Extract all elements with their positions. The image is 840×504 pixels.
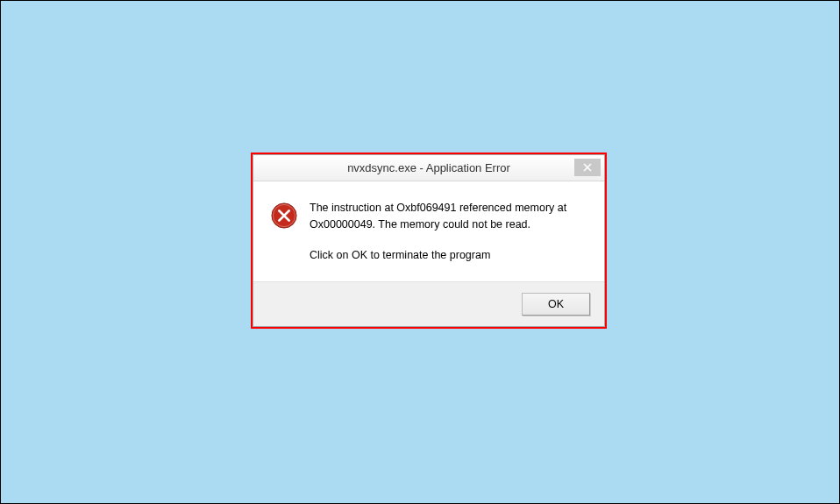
button-bar: OK: [253, 281, 604, 326]
message-text-line1: The instruction at Oxbf069491 referenced…: [310, 201, 587, 217]
message-text-line2: Ox00000049. The memory could not be read…: [310, 217, 587, 233]
dialog-content: The instruction at Oxbf069491 referenced…: [253, 181, 604, 281]
ok-button[interactable]: OK: [522, 293, 590, 316]
titlebar: nvxdsync.exe - Application Error: [253, 155, 604, 181]
message-area: The instruction at Oxbf069491 referenced…: [310, 201, 587, 264]
error-icon: [271, 202, 297, 229]
close-button[interactable]: [574, 159, 601, 176]
dialog-title: nvxdsync.exe - Application Error: [253, 161, 604, 174]
message-text-line3: Click on OK to terminate the program: [310, 248, 587, 264]
dialog-window: nvxdsync.exe - Application Error The ins…: [253, 154, 605, 327]
close-icon: [583, 163, 592, 172]
error-dialog: nvxdsync.exe - Application Error The ins…: [251, 153, 607, 329]
